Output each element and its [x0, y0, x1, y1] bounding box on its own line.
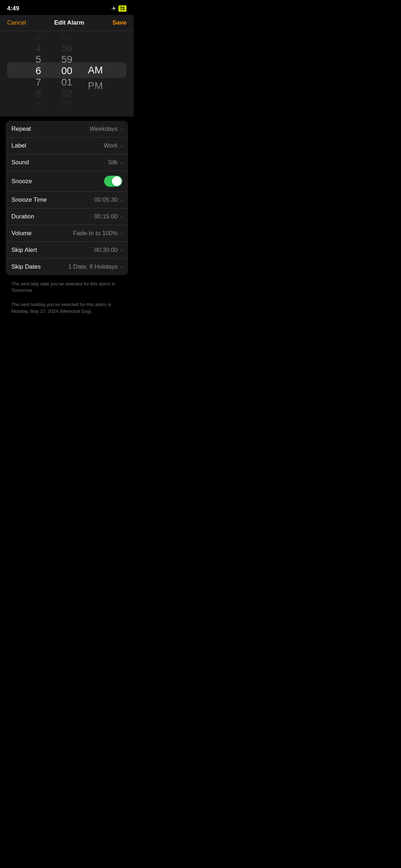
- snooze-time-value: 00:05:30: [94, 196, 118, 203]
- label-label: Label: [11, 142, 26, 149]
- skip-alert-value-group: 00:30:00 ›: [94, 247, 122, 254]
- repeat-label: Repeat: [11, 125, 31, 133]
- ampm-column[interactable]: AM PM: [81, 31, 110, 109]
- minute-item: 03: [53, 99, 81, 109]
- hour-item: 4: [24, 42, 53, 54]
- picker-container[interactable]: 3 4 5 6 7 8 9 57 58 59 00 01 02 03 AM PM: [0, 31, 134, 109]
- duration-value-group: 00:15:00 ›: [94, 213, 122, 220]
- snooze-time-row[interactable]: Snooze Time 00:05:30 ›: [6, 192, 128, 208]
- battery-indicator: 72: [118, 5, 127, 12]
- hour-item-selected: 6: [24, 65, 53, 77]
- repeat-value-group: Weekdays ›: [89, 125, 122, 133]
- skip-alert-row[interactable]: Skip Alert 00:30:00 ›: [6, 242, 128, 259]
- skip-alert-value: 00:30:00: [94, 247, 118, 254]
- snooze-label: Snooze: [11, 178, 32, 185]
- chevron-right-icon: ›: [120, 247, 122, 253]
- hour-item: 8: [24, 88, 53, 99]
- hour-item: 3: [24, 31, 53, 42]
- status-bar: 4:49 ✈ 72: [0, 0, 134, 15]
- airplane-icon: ✈: [112, 5, 116, 12]
- repeat-value: Weekdays: [89, 125, 118, 133]
- skip-dates-row[interactable]: Skip Dates 1 Date, 6 Holidays ›: [6, 259, 128, 275]
- snooze-row[interactable]: Snooze: [6, 171, 128, 192]
- period-item: PM: [81, 78, 110, 94]
- hour-item: 7: [24, 77, 53, 88]
- skip-date-footer: The next skip date you've selected for t…: [6, 278, 128, 296]
- settings-group: Repeat Weekdays › Label Work › Sound Sil…: [6, 121, 128, 275]
- status-time: 4:49: [7, 5, 19, 12]
- repeat-row[interactable]: Repeat Weekdays ›: [6, 121, 128, 138]
- nav-bar: Cancel Edit Alarm Save: [0, 15, 134, 31]
- label-row[interactable]: Label Work ›: [6, 138, 128, 154]
- minute-item: 01: [53, 77, 81, 88]
- sound-value-group: Silk ›: [108, 159, 122, 166]
- cancel-button[interactable]: Cancel: [7, 19, 26, 26]
- volume-value: Fade-In to 100%: [73, 230, 118, 237]
- settings-container: Repeat Weekdays › Label Work › Sound Sil…: [0, 117, 134, 324]
- chevron-right-icon: ›: [120, 160, 122, 165]
- save-button[interactable]: Save: [112, 19, 127, 26]
- snooze-time-value-group: 00:05:30 ›: [94, 196, 122, 203]
- chevron-right-icon: ›: [120, 214, 122, 219]
- hour-item: 5: [24, 54, 53, 65]
- volume-row[interactable]: Volume Fade-In to 100% ›: [6, 225, 128, 242]
- minute-item: 59: [53, 54, 81, 65]
- holiday-footer: The next holiday you've selected for thi…: [6, 299, 128, 317]
- time-picker[interactable]: 3 4 5 6 7 8 9 57 58 59 00 01 02 03 AM PM: [0, 31, 134, 117]
- duration-value: 00:15:00: [94, 213, 118, 220]
- label-value-group: Work ›: [104, 142, 122, 149]
- duration-row[interactable]: Duration 00:15:00 ›: [6, 208, 128, 225]
- sound-row[interactable]: Sound Silk ›: [6, 154, 128, 171]
- volume-value-group: Fade-In to 100% ›: [73, 230, 122, 237]
- sound-label: Sound: [11, 159, 29, 166]
- chevron-right-icon: ›: [120, 143, 122, 149]
- minute-item: 57: [53, 31, 81, 42]
- skip-dates-value-group: 1 Date, 6 Holidays ›: [68, 263, 122, 270]
- volume-label: Volume: [11, 230, 32, 237]
- minute-item-selected: 00: [53, 65, 81, 77]
- snooze-toggle[interactable]: [104, 176, 122, 187]
- skip-dates-label: Skip Dates: [11, 263, 41, 270]
- sound-value: Silk: [108, 159, 118, 166]
- hours-column[interactable]: 3 4 5 6 7 8 9: [24, 31, 53, 109]
- page-title: Edit Alarm: [54, 19, 84, 26]
- skip-alert-label: Skip Alert: [11, 247, 37, 254]
- label-value: Work: [104, 142, 118, 149]
- minutes-column[interactable]: 57 58 59 00 01 02 03: [53, 31, 81, 109]
- duration-label: Duration: [11, 213, 34, 220]
- hour-item: 9: [24, 99, 53, 109]
- chevron-right-icon: ›: [120, 264, 122, 270]
- minute-item: 58: [53, 42, 81, 54]
- chevron-right-icon: ›: [120, 197, 122, 203]
- skip-dates-value: 1 Date, 6 Holidays: [68, 263, 118, 270]
- toggle-knob: [112, 176, 122, 186]
- status-icons: ✈ 72: [112, 5, 127, 12]
- period-item-selected: AM: [81, 62, 110, 78]
- chevron-right-icon: ›: [120, 231, 122, 236]
- minute-item: 02: [53, 88, 81, 99]
- chevron-right-icon: ›: [120, 126, 122, 132]
- snooze-time-label: Snooze Time: [11, 196, 47, 203]
